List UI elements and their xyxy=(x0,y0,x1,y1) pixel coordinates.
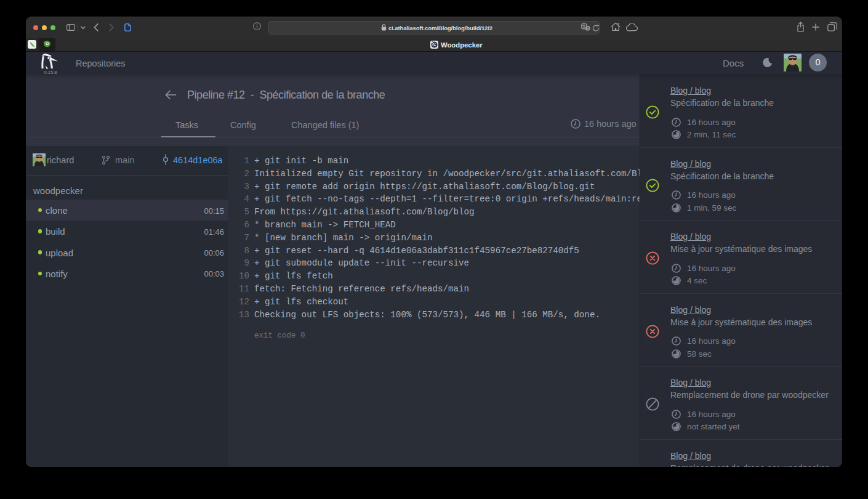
svg-text:3: 3 xyxy=(587,26,589,30)
